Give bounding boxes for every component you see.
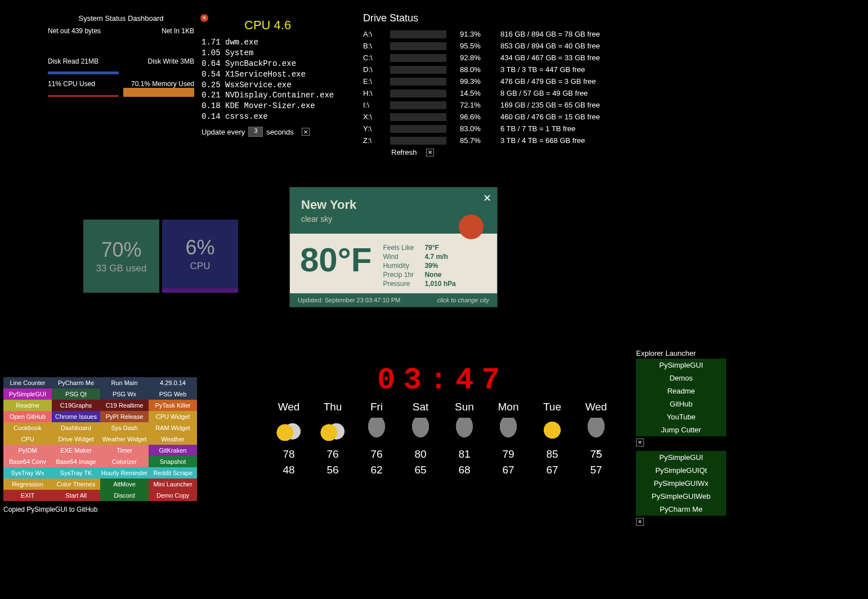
- cpu-used-label: 11% CPU Used: [48, 80, 95, 88]
- launcher-button[interactable]: Open GitHub: [3, 411, 52, 422]
- launcher-button[interactable]: Sys Dash: [100, 422, 149, 433]
- drive-status-widget: Drive Status A:\ 91.3% 816 GB / 894 GB =…: [363, 12, 600, 157]
- explorer-item[interactable]: PySimpleGUI: [636, 451, 726, 464]
- close-icon[interactable]: ✕: [302, 128, 310, 136]
- explorer-item[interactable]: PySimpleGUIQt: [636, 464, 726, 477]
- update-interval-spinner[interactable]: 3: [248, 127, 263, 137]
- drive-percent: 14.5%: [460, 89, 487, 97]
- launcher-button[interactable]: PSG Web: [149, 388, 197, 400]
- launcher-button[interactable]: Base64 Conv: [3, 456, 52, 467]
- drive-percent: 85.7%: [460, 136, 487, 145]
- launcher-button[interactable]: SysTray Wx: [3, 467, 52, 479]
- launcher-button[interactable]: EXE Maker: [52, 445, 100, 456]
- launcher-button[interactable]: Colorizer: [100, 456, 149, 467]
- launcher-button[interactable]: RAM Widget: [149, 422, 197, 433]
- explorer-item[interactable]: PySimpleGUIWeb: [636, 490, 726, 503]
- launcher-button[interactable]: Reddit Scrape: [149, 467, 197, 479]
- launcher-button[interactable]: Cookbook: [3, 422, 52, 433]
- launcher-button[interactable]: PSG Wx: [100, 388, 149, 400]
- weather-rain-icon: [452, 418, 477, 442]
- drive-usage-bar: [390, 66, 446, 74]
- launcher-button[interactable]: PSG Qt: [52, 388, 100, 400]
- drive-percent: 88.0%: [460, 65, 487, 74]
- drive-usage-bar: [390, 54, 446, 62]
- launcher-button[interactable]: PyCharm Me: [52, 377, 100, 388]
- status-message: Copied PySimpleGUI to GitHub: [3, 506, 97, 513]
- launcher-button[interactable]: PyPI Release: [100, 411, 149, 422]
- launcher-button[interactable]: Discord: [100, 490, 149, 501]
- launcher-button[interactable]: Drive Widget: [52, 433, 100, 445]
- launcher-button[interactable]: Mini Launcher: [149, 479, 197, 490]
- weather-detail-row: Feels Like79°F: [383, 244, 455, 252]
- explorer-item[interactable]: GitHub: [636, 397, 726, 410]
- forecast-day: Sat 80 65: [401, 401, 440, 476]
- cpu-percent: 6%: [185, 236, 214, 260]
- launcher-button[interactable]: Timer: [100, 445, 149, 456]
- launcher-button[interactable]: CPU Widget: [149, 411, 197, 422]
- close-icon[interactable]: ✕: [636, 518, 644, 526]
- ram-percent: 70%: [101, 238, 141, 262]
- launcher-button[interactable]: Weather Widget: [100, 433, 149, 445]
- launcher-button[interactable]: Snapshot: [149, 456, 197, 467]
- explorer-item[interactable]: PySimpleGUIWx: [636, 477, 726, 490]
- process-row: 0.14 csrss.exe: [202, 111, 334, 122]
- launcher-button[interactable]: Demo Copy: [149, 490, 197, 501]
- launcher-button[interactable]: AltMove: [100, 479, 149, 490]
- close-icon[interactable]: ✕: [636, 439, 644, 446]
- drive-percent: 95.5%: [460, 42, 487, 50]
- launcher-button[interactable]: Dashboard: [52, 422, 100, 433]
- launcher-button[interactable]: PySimpleGUI: [3, 388, 52, 400]
- cpu-label: CPU: [190, 261, 211, 272]
- launcher-button[interactable]: Line Counter: [3, 377, 52, 388]
- process-row: 1.05 System: [202, 48, 334, 59]
- explorer-item[interactable]: PySimpleGUI: [636, 359, 726, 372]
- drive-label: I:\: [363, 101, 377, 109]
- forecast-row: Wed 78 48 Thu 76 56 Fri 76 62 Sat 80 65 …: [269, 401, 616, 476]
- launcher-button[interactable]: Regression: [3, 479, 52, 490]
- launcher-button[interactable]: C19 Realtime: [100, 400, 149, 411]
- launcher-button[interactable]: SysTray TK: [52, 467, 100, 479]
- weather-detail-label: Pressure: [383, 280, 424, 288]
- launcher-button[interactable]: EXIT: [3, 490, 52, 501]
- forecast-day-label: Thu: [313, 401, 352, 413]
- explorer-item[interactable]: Jump Cutter: [636, 423, 726, 436]
- launcher-button[interactable]: Base64 Image: [52, 456, 100, 467]
- weather-detail-row: Humidity39%: [383, 262, 455, 270]
- net-in-label: Net In 1KB: [162, 27, 194, 35]
- forecast-low: 62: [357, 464, 396, 476]
- weather-detail-row: Pressure1,010 hPa: [383, 280, 455, 288]
- explorer-item[interactable]: YouTube: [636, 410, 726, 423]
- process-row: 1.71 dwm.exe: [202, 37, 334, 48]
- forecast-day: Wed 78 48: [269, 401, 308, 476]
- explorer-item[interactable]: Demos: [636, 372, 726, 385]
- launcher-button[interactable]: Chrome Issues: [52, 411, 100, 422]
- launcher-button[interactable]: Run Main: [100, 377, 149, 388]
- drive-label: H:\: [363, 89, 377, 97]
- launcher-button[interactable]: Readme: [3, 400, 52, 411]
- explorer-item[interactable]: Readme: [636, 385, 726, 397]
- explorer-item[interactable]: PyCharm Me: [636, 503, 726, 516]
- system-status-title: System Status Dashboard ✕: [48, 14, 194, 25]
- cpu-tile[interactable]: 6% CPU: [162, 220, 238, 293]
- close-icon[interactable]: ✕: [596, 448, 601, 455]
- weather-rain-icon: [584, 418, 609, 442]
- close-icon[interactable]: ✕: [426, 149, 434, 157]
- launcher-button[interactable]: Weather: [149, 433, 197, 445]
- launcher-button[interactable]: GitKraken: [149, 445, 197, 456]
- launcher-button[interactable]: CPU: [3, 433, 52, 445]
- launcher-button[interactable]: PyTask Killer: [149, 400, 197, 411]
- launcher-button[interactable]: 4.29.0.14: [149, 377, 197, 388]
- drive-percent: 72.1%: [460, 101, 487, 109]
- launcher-button[interactable]: PyIDM: [3, 445, 52, 456]
- launcher-button[interactable]: Color Themes: [52, 479, 100, 490]
- launcher-button[interactable]: Start All: [52, 490, 100, 501]
- close-icon[interactable]: ✕: [483, 192, 491, 204]
- ram-tile[interactable]: 70% 33 GB used: [83, 220, 159, 293]
- forecast-day-label: Mon: [489, 401, 528, 413]
- process-row: 0.21 NVDisplay.Container.exe: [202, 90, 334, 101]
- disk-write-label: Disk Write 3MB: [148, 57, 194, 65]
- change-city-hint[interactable]: click to change city: [437, 297, 489, 303]
- launcher-button[interactable]: C19Graphs: [52, 400, 100, 411]
- weather-detail-value: None: [424, 271, 441, 279]
- launcher-button[interactable]: Hourly Reminder: [100, 467, 149, 479]
